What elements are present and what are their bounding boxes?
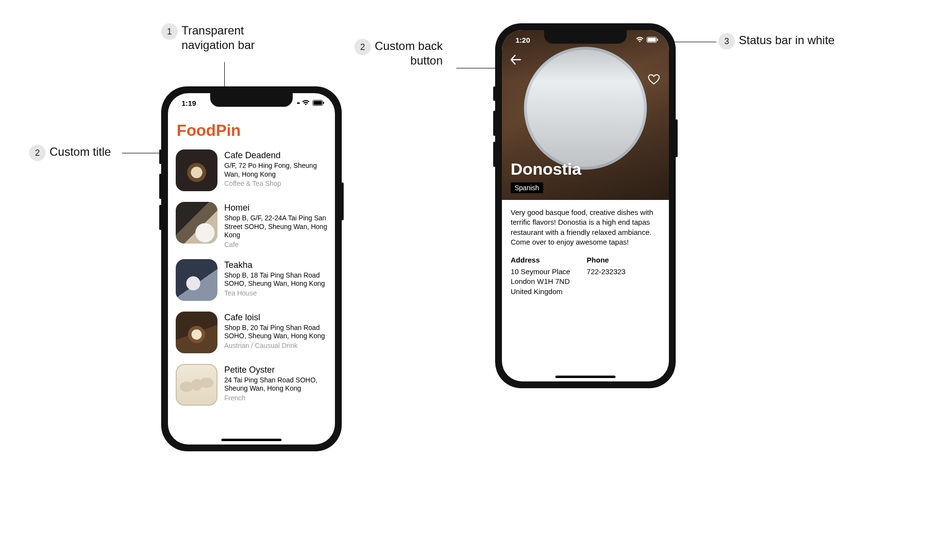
cellular-icon: •••	[297, 100, 299, 106]
phone-mockup-detail: 1:20 Donostia Spanish Very g	[495, 23, 676, 388]
list-item-text: Teakha Shop B, 18 Tai Ping Shan Road SOH…	[224, 259, 327, 301]
restaurant-type: Tea House	[224, 289, 327, 297]
restaurant-thumbnail	[176, 364, 217, 406]
annotation-transparent-nav: 1 Transparentnavigation bar	[161, 23, 255, 52]
list-item[interactable]: Petite Oyster 24 Tai Ping Shan Road SOHO…	[176, 359, 327, 412]
restaurant-type: Coffee & Tea Shop	[224, 180, 327, 187]
address-value: 10 Seymour PlaceLondon W1H 7NDUnited Kin…	[511, 267, 570, 296]
phone-value: 722-232323	[587, 267, 626, 277]
list-item[interactable]: Teakha Shop B, 18 Tai Ping Shan Road SOH…	[176, 254, 327, 307]
notch	[210, 93, 293, 107]
list-item-text: Cafe Deadend G/F, 72 Po Hing Fong, Sheun…	[224, 149, 327, 191]
svg-rect-4	[648, 38, 656, 42]
restaurant-name: Cafe Deadend	[224, 150, 327, 161]
annotation-number: 1	[161, 23, 178, 40]
battery-icon	[647, 37, 658, 43]
list-item-text: Homei Shop B, G/F, 22-24A Tai Ping San S…	[224, 202, 327, 248]
favorite-button[interactable]	[648, 74, 660, 85]
svg-rect-5	[657, 39, 658, 41]
annotation-number: 3	[718, 33, 735, 49]
phone-mockup-list: 1:19 ••• FoodPin Cafe Deadend G/F, 72 Po…	[161, 86, 342, 451]
svg-rect-2	[323, 102, 324, 104]
restaurant-thumbnail	[176, 149, 217, 191]
restaurant-address: 24 Tai Ping Shan Road SOHO, Sheung Wan, …	[224, 376, 327, 393]
status-icons: •••	[297, 100, 324, 106]
address-block: Address 10 Seymour PlaceLondon W1H 7NDUn…	[511, 256, 570, 296]
annotation-number: 2	[29, 145, 46, 161]
restaurant-address: Shop B, 20 Tai Ping Shan Road SOHO, Sheu…	[224, 324, 327, 341]
annotation-number: 2	[354, 39, 371, 55]
screen: 1:19 ••• FoodPin Cafe Deadend G/F, 72 Po…	[168, 93, 335, 445]
list-item-text: Cafe loisl Shop B, 20 Tai Ping Shan Road…	[224, 312, 327, 353]
restaurant-name: Cafe loisl	[224, 313, 327, 323]
status-icons	[636, 37, 658, 43]
annotation-text: Status bar in white	[739, 33, 834, 48]
home-indicator[interactable]	[221, 439, 282, 441]
restaurant-type: Cafe	[224, 241, 327, 248]
restaurant-name: Petite Oyster	[224, 365, 327, 375]
restaurant-name: Teakha	[224, 260, 327, 270]
notch	[544, 30, 627, 44]
restaurant-type: French	[224, 394, 327, 402]
annotation-line	[672, 42, 716, 42]
list-item[interactable]: Cafe loisl Shop B, 20 Tai Ping Shan Road…	[176, 307, 327, 359]
restaurant-address: Shop B, G/F, 22-24A Tai Ping San Street …	[224, 214, 327, 240]
restaurant-address: G/F, 72 Po Hing Fong, Sheung Wan, Hong K…	[224, 162, 327, 179]
screen: 1:20 Donostia Spanish Very g	[502, 30, 669, 381]
restaurant-thumbnail	[176, 259, 217, 301]
restaurant-type: Austrian / Causual Drink	[224, 342, 327, 349]
restaurant-detail-body: Very good basque food, creative dishes w…	[502, 200, 669, 304]
phone-label: Phone	[587, 256, 626, 264]
restaurant-description: Very good basque food, creative dishes w…	[511, 208, 660, 247]
home-indicator[interactable]	[555, 376, 616, 378]
page-title: FoodPin	[177, 121, 241, 140]
phone-block: Phone 722-232323	[587, 256, 626, 296]
back-button[interactable]	[510, 54, 521, 65]
list-item[interactable]: Cafe Deadend G/F, 72 Po Hing Fong, Sheun…	[176, 145, 327, 197]
address-label: Address	[511, 256, 570, 264]
status-time: 1:20	[516, 36, 530, 44]
annotation-text: Custom title	[50, 145, 111, 159]
annotation-text: Transparentnavigation bar	[182, 23, 255, 52]
restaurant-thumbnail	[176, 312, 217, 353]
restaurant-list[interactable]: Cafe Deadend G/F, 72 Po Hing Fong, Sheun…	[168, 145, 335, 445]
restaurant-hero-image: 1:20 Donostia Spanish	[502, 30, 669, 200]
status-time: 1:19	[182, 99, 196, 107]
annotation-text: Custom backbutton	[375, 39, 443, 68]
svg-rect-1	[314, 101, 322, 105]
restaurant-name: Homei	[224, 203, 327, 213]
annotation-custom-back: 2 Custom backbutton	[354, 39, 443, 68]
restaurant-title: Donostia	[511, 160, 581, 179]
list-item[interactable]: Homei Shop B, G/F, 22-24A Tai Ping San S…	[176, 197, 327, 254]
battery-icon	[313, 100, 324, 106]
wifi-icon	[636, 37, 644, 43]
restaurant-category-badge: Spanish	[511, 182, 543, 193]
annotation-status-white: 3 Status bar in white	[718, 33, 834, 49]
list-item-text: Petite Oyster 24 Tai Ping Shan Road SOHO…	[224, 364, 327, 406]
wifi-icon	[302, 100, 310, 106]
annotation-custom-title: 2 Custom title	[29, 145, 111, 161]
restaurant-address: Shop B, 18 Tai Ping Shan Road SOHO, Sheu…	[224, 271, 327, 288]
restaurant-thumbnail	[176, 202, 217, 244]
